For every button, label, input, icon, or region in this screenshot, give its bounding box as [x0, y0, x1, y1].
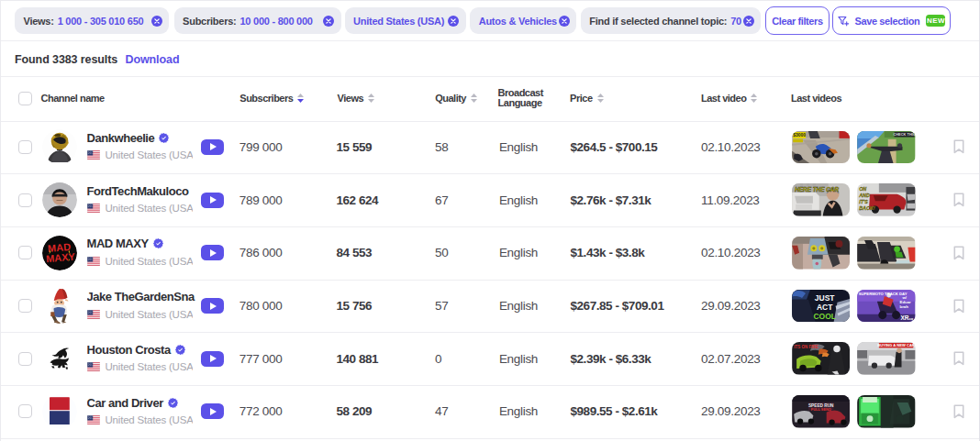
svg-text:AND: AND — [858, 193, 870, 198]
svg-text:brah: brah — [900, 303, 909, 308]
svg-text:FULL SEND: FULL SEND — [810, 407, 830, 412]
svg-text:ITS ON FIRE: ITS ON FIRE — [794, 345, 819, 349]
svg-text:HERE THE CAR: HERE THE CAR — [795, 186, 839, 193]
svg-text:BUYING A NEW CAR: BUYING A NEW CAR — [877, 344, 915, 348]
svg-text:JUST: JUST — [814, 293, 834, 303]
svg-text:COOL: COOL — [813, 311, 835, 320]
svg-text:ON: ON — [859, 186, 866, 192]
svg-text:CHECK THIS: CHECK THIS — [893, 132, 915, 137]
svg-text:IT'S: IT'S — [859, 199, 868, 204]
svg-text:$3000: $3000 — [793, 133, 806, 138]
svg-text:BACK!: BACK! — [859, 205, 875, 211]
svg-text:SUPERMOTO TRACK DAY: SUPERMOTO TRACK DAY — [859, 292, 908, 296]
svg-text:XRcq: XRcq — [901, 314, 914, 320]
svg-text:ACT: ACT — [816, 302, 832, 311]
